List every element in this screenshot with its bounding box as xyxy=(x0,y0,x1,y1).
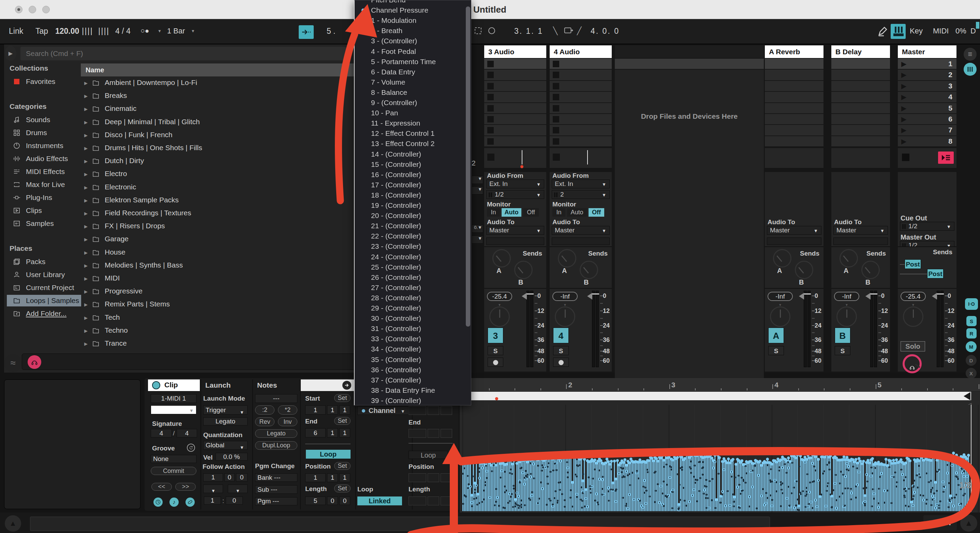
key-map-button[interactable]: Key xyxy=(910,27,923,35)
clip-slot[interactable] xyxy=(484,136,546,147)
track-delay-field[interactable] xyxy=(552,238,610,245)
link-mode-button[interactable] xyxy=(186,498,195,507)
track-header[interactable]: A Reverb xyxy=(765,45,824,58)
sub-bank-chooser[interactable]: Sub --- xyxy=(255,485,298,494)
stop-all-clips-button[interactable] xyxy=(902,153,909,161)
clip-slot[interactable] xyxy=(765,81,824,91)
send-a-knob[interactable] xyxy=(773,249,791,268)
launch-mode-chooser[interactable]: Trigger▼ xyxy=(203,405,248,415)
menu-item[interactable]: 6 - Data Entry xyxy=(355,67,467,77)
midi-map-button[interactable]: MIDI xyxy=(933,27,949,35)
menu-item[interactable]: 23 - (Controller) xyxy=(355,241,467,252)
menu-item[interactable]: 26 - (Controller) xyxy=(355,272,467,282)
length-sixteenths[interactable]: 0 xyxy=(339,496,350,505)
clip-slot[interactable] xyxy=(765,114,824,124)
monitor-in-button[interactable]: In xyxy=(552,208,565,217)
menu-item[interactable]: 30 - (Controller) xyxy=(355,313,467,324)
menu-item[interactable]: 18 - (Controller) xyxy=(355,190,467,200)
sidebar-item-plug-ins[interactable]: Plug-Ins xyxy=(7,192,81,203)
arrangement-loop-icon[interactable] xyxy=(563,26,574,36)
input-channel-chooser[interactable]: 2▼ xyxy=(552,190,610,199)
length-bars[interactable]: 5 xyxy=(305,496,326,505)
menu-item[interactable]: 35 - (Controller) xyxy=(355,354,467,365)
clip-slot[interactable] xyxy=(831,81,890,91)
clip-stop-button[interactable] xyxy=(487,138,494,145)
menu-item[interactable]: 8 - Balance xyxy=(355,87,467,97)
level-meter-bar[interactable] xyxy=(596,291,599,367)
returns-section-toggle[interactable]: R xyxy=(966,328,977,338)
expand-triangle-icon[interactable]: ▶ xyxy=(84,81,88,86)
menu-item[interactable]: 38 - Data Entry Fine xyxy=(355,385,467,396)
volume-value-badge[interactable]: -25.4 xyxy=(900,292,926,301)
scene-slot[interactable]: ▶5 xyxy=(898,103,956,113)
clip-stop-button[interactable] xyxy=(487,153,495,161)
clip-slot[interactable] xyxy=(765,136,824,147)
volume-value-badge[interactable]: -25.4 xyxy=(487,292,512,301)
sidebar-item-midi-effects[interactable]: MIDI Effects xyxy=(7,166,81,177)
menu-item[interactable]: 1 - Modulation xyxy=(355,15,467,26)
output-chooser[interactable]: Master▼ xyxy=(552,226,610,235)
clip-slot[interactable] xyxy=(765,103,824,113)
volume-handle-icon[interactable] xyxy=(587,293,592,300)
send-a-post-button[interactable]: Post xyxy=(905,259,921,269)
clip-slot[interactable] xyxy=(550,81,612,91)
sidebar-item-audio-effects[interactable]: Audio Effects xyxy=(7,153,81,164)
mixer-view-button[interactable] xyxy=(964,63,977,76)
pan-knob[interactable] xyxy=(770,306,791,327)
sidebar-item-drums[interactable]: Drums xyxy=(7,127,81,139)
expand-triangle-icon[interactable]: ▶ xyxy=(84,250,88,255)
sidebar-item-max-for-live[interactable]: Max for Live xyxy=(7,179,81,190)
track-header[interactable]: 4 Audio xyxy=(550,45,612,58)
invert-button[interactable]: Inv xyxy=(278,417,298,426)
launch-legato-button[interactable]: Legato xyxy=(203,417,248,426)
menu-item[interactable]: 17 - (Controller) xyxy=(355,180,467,190)
loop-end-marker[interactable] xyxy=(964,392,970,400)
sidebar-item-loops-samples[interactable]: Loops | Samples xyxy=(7,295,81,306)
track-activator-button[interactable]: 4 xyxy=(553,327,569,343)
expand-triangle-icon[interactable]: ▶ xyxy=(84,263,88,268)
pan-knob[interactable] xyxy=(489,306,510,327)
pgm-top-field[interactable]: --- xyxy=(255,394,298,403)
next-clip-button[interactable]: >> xyxy=(175,483,196,491)
scene-slot[interactable]: ▶8 xyxy=(898,136,956,147)
menu-item[interactable]: 16 - (Controller) xyxy=(355,169,467,180)
monitor-auto-button[interactable]: Auto xyxy=(501,208,521,217)
sidebar-item-instruments[interactable]: Instruments xyxy=(7,140,81,152)
track-activator-button[interactable]: 3 xyxy=(488,327,503,343)
nudge-up-button[interactable]: |||| xyxy=(98,26,110,35)
volume-value-badge[interactable]: -Inf xyxy=(834,292,859,301)
menu-item[interactable]: 24 - (Controller) xyxy=(355,252,467,262)
solo-button[interactable]: S xyxy=(835,346,850,355)
menu-item[interactable]: 21 - (Controller) xyxy=(355,221,467,231)
follow-chance-a[interactable]: 1 xyxy=(204,496,221,505)
clip-stop-button[interactable] xyxy=(553,153,560,161)
menu-item[interactable]: 4 - Foot Pedal xyxy=(355,46,467,57)
duplicate-loop-button[interactable]: Dupl.Loop xyxy=(255,441,298,450)
expand-triangle-icon[interactable]: ▶ xyxy=(84,315,88,321)
menu-item[interactable]: 7 - Volume xyxy=(355,77,467,87)
scene-slot[interactable]: ▶2 xyxy=(898,70,956,80)
clock-mode-button[interactable] xyxy=(153,498,163,507)
expand-triangle-icon[interactable]: ▶ xyxy=(84,237,88,242)
song-position-field[interactable]: 3. 1. 1 xyxy=(514,27,543,36)
punch-in-icon[interactable]: ╲ xyxy=(553,27,557,35)
envelope-value-box[interactable] xyxy=(409,406,426,415)
output-chooser[interactable]: Master▼ xyxy=(834,226,888,235)
position-sixteenths[interactable]: 1 xyxy=(339,473,350,482)
io-section-toggle[interactable]: I·O xyxy=(965,298,978,310)
scene-play-icon[interactable]: ▶ xyxy=(901,82,906,90)
send-a-knob[interactable] xyxy=(492,249,511,268)
clip-slot[interactable] xyxy=(484,70,546,80)
send-a-knob[interactable] xyxy=(840,249,858,268)
position-beats[interactable]: 1 xyxy=(327,473,338,482)
clip-slot[interactable] xyxy=(550,103,612,113)
signature-numerator[interactable]: 4 xyxy=(151,429,172,437)
velocity-field[interactable]: 0.0 % xyxy=(215,453,248,461)
groove-refresh-button[interactable] xyxy=(187,444,195,452)
expand-triangle-icon[interactable]: ▶ xyxy=(84,146,88,151)
metronome-icon[interactable]: ○● xyxy=(140,27,149,35)
sidebar-item-sounds[interactable]: Sounds xyxy=(7,114,81,126)
follow-button[interactable] xyxy=(299,25,314,39)
menu-item[interactable]: 11 - Expression xyxy=(355,118,467,128)
end-beats[interactable]: 1 xyxy=(327,428,338,437)
